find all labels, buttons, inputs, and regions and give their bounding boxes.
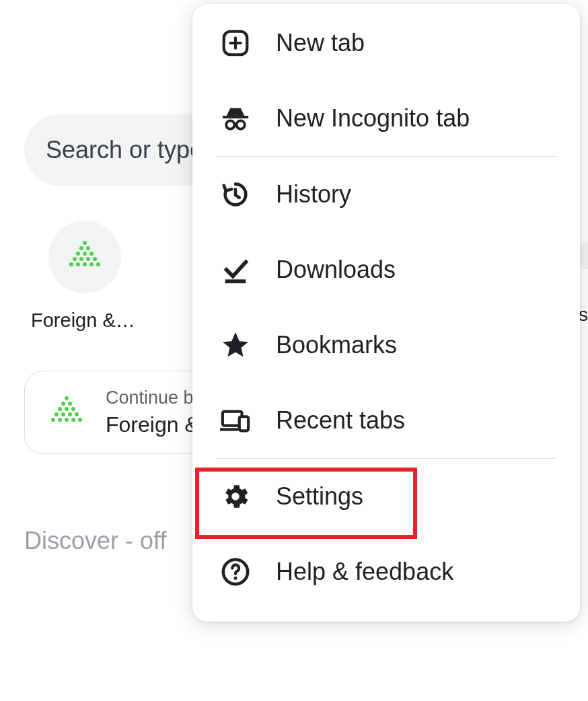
incognito-icon bbox=[219, 102, 252, 135]
svg-point-22 bbox=[61, 412, 65, 416]
partial-shortcut-label: s bbox=[579, 304, 588, 326]
menu-item-downloads[interactable]: Downloads bbox=[192, 232, 580, 307]
svg-point-41 bbox=[231, 492, 240, 501]
svg-point-24 bbox=[75, 412, 79, 416]
svg-point-18 bbox=[58, 407, 62, 411]
menu-item-history[interactable]: History bbox=[192, 157, 580, 232]
svg-point-13 bbox=[89, 262, 94, 266]
svg-rect-40 bbox=[240, 416, 248, 431]
svg-point-6 bbox=[73, 257, 77, 261]
history-icon bbox=[219, 178, 252, 211]
svg-point-16 bbox=[61, 402, 65, 406]
shortcut-tile-label: Foreign & L… bbox=[31, 309, 139, 332]
devices-icon bbox=[219, 404, 252, 437]
plus-square-icon bbox=[219, 27, 252, 59]
svg-point-9 bbox=[93, 257, 97, 261]
svg-point-2 bbox=[86, 246, 90, 250]
continue-card-title: Continue br bbox=[106, 388, 200, 408]
svg-point-43 bbox=[234, 577, 237, 580]
svg-point-10 bbox=[69, 262, 73, 266]
svg-point-3 bbox=[76, 252, 80, 256]
menu-item-new-tab[interactable]: New tab bbox=[192, 5, 580, 81]
svg-point-5 bbox=[89, 252, 94, 256]
svg-point-23 bbox=[68, 412, 72, 416]
svg-point-0 bbox=[83, 241, 87, 245]
menu-item-label: Downloads bbox=[276, 256, 396, 284]
svg-point-26 bbox=[58, 418, 62, 422]
star-icon bbox=[219, 329, 252, 361]
svg-point-12 bbox=[83, 262, 87, 266]
menu-item-incognito[interactable]: New Incognito tab bbox=[192, 81, 580, 156]
triangle-dots-icon bbox=[46, 394, 87, 431]
triangle-dots-icon bbox=[65, 239, 105, 275]
menu-item-label: Bookmarks bbox=[276, 331, 397, 359]
menu-item-label: History bbox=[276, 180, 351, 209]
help-circle-icon bbox=[219, 556, 252, 588]
svg-point-25 bbox=[51, 418, 55, 422]
svg-point-7 bbox=[79, 257, 83, 261]
menu-item-recent-tabs[interactable]: Recent tabs bbox=[192, 383, 580, 458]
menu-item-label: Settings bbox=[276, 482, 363, 511]
menu-item-label: Help & feedback bbox=[276, 558, 453, 586]
svg-point-1 bbox=[79, 246, 83, 250]
svg-point-4 bbox=[83, 252, 87, 256]
shortcut-tile[interactable]: Foreign & L… bbox=[31, 221, 139, 332]
svg-point-19 bbox=[65, 407, 69, 411]
downloads-done-icon bbox=[219, 254, 252, 286]
svg-point-29 bbox=[78, 418, 82, 422]
svg-point-14 bbox=[96, 262, 100, 266]
svg-rect-33 bbox=[223, 116, 248, 118]
svg-point-27 bbox=[65, 418, 69, 422]
svg-point-15 bbox=[65, 396, 69, 400]
gear-icon bbox=[219, 480, 252, 513]
continue-card-subtitle: Foreign & bbox=[106, 412, 200, 437]
svg-point-28 bbox=[71, 418, 75, 422]
search-placeholder: Search or type bbox=[46, 136, 203, 164]
menu-item-help[interactable]: Help & feedback bbox=[192, 534, 580, 610]
menu-item-label: New tab bbox=[276, 29, 365, 57]
menu-item-bookmarks[interactable]: Bookmarks bbox=[192, 307, 580, 383]
svg-point-11 bbox=[76, 262, 80, 266]
svg-point-21 bbox=[54, 412, 59, 416]
overflow-menu: New tab New Incognito tab History Downlo… bbox=[192, 4, 580, 622]
shortcut-tile-icon bbox=[48, 221, 121, 293]
menu-item-settings[interactable]: Settings bbox=[192, 459, 580, 534]
svg-point-8 bbox=[86, 257, 90, 261]
menu-item-label: New Incognito tab bbox=[276, 104, 470, 133]
continue-card-texts: Continue br Foreign & bbox=[106, 388, 200, 437]
svg-point-20 bbox=[71, 407, 75, 411]
menu-item-label: Recent tabs bbox=[276, 406, 405, 435]
svg-point-17 bbox=[68, 402, 72, 406]
svg-point-34 bbox=[226, 120, 234, 128]
svg-point-35 bbox=[237, 120, 245, 128]
